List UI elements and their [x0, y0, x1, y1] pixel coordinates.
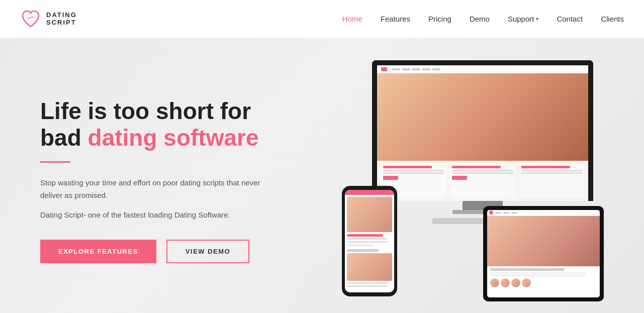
phone-text-line	[347, 234, 383, 237]
monitor-topbar-logo	[381, 67, 387, 71]
logo-text: DATING SCRIPT	[46, 12, 77, 26]
desktop-card-title	[521, 166, 570, 168]
tablet-mockup	[483, 206, 604, 301]
tablet-topbar-link	[495, 212, 501, 214]
nav-link-demo[interactable]: Demo	[470, 15, 490, 23]
desktop-mockup	[372, 60, 593, 224]
tablet-topbar-link	[503, 212, 509, 214]
hero-buttons: EXPLORE FEATURES VIEW DEMO	[40, 240, 322, 263]
nav-link-features[interactable]: Features	[381, 15, 410, 23]
desktop-card-line	[383, 172, 444, 174]
tablet-content	[487, 266, 600, 289]
nav-links: Home Features Pricing Demo Support ▾ Con…	[342, 15, 624, 24]
monitor-topbar-link	[402, 68, 410, 70]
chevron-down-icon: ▾	[536, 16, 538, 22]
nav-item-clients[interactable]: Clients	[601, 15, 624, 24]
desktop-content-overlay	[377, 161, 588, 201]
tablet-avatar	[511, 278, 520, 287]
tablet-line	[490, 272, 586, 274]
tablet-hero-image	[487, 216, 600, 266]
hero-devices	[342, 45, 604, 306]
phone-mockup	[342, 186, 397, 296]
desktop-card-line	[452, 172, 513, 174]
tablet-screen	[487, 210, 600, 297]
view-demo-button[interactable]: VIEW DEMO	[166, 240, 249, 263]
monitor-topbar	[377, 65, 588, 73]
tablet-avatars	[490, 278, 597, 287]
desktop-card-line	[521, 172, 582, 174]
desktop-card-title	[452, 166, 501, 168]
monitor-topbar-link	[422, 68, 430, 70]
tablet-avatar	[490, 278, 499, 287]
nav-item-contact[interactable]: Contact	[557, 15, 583, 24]
nav-item-home[interactable]: Home	[342, 15, 362, 24]
tablet-avatar	[501, 278, 510, 287]
navigation: DATING SCRIPT Home Features Pricing Demo…	[0, 0, 644, 38]
monitor-hero-image	[377, 73, 588, 174]
desktop-card-2	[450, 164, 515, 198]
nav-link-support[interactable]: Support ▾	[508, 15, 539, 23]
phone-text-short	[347, 244, 374, 247]
tablet-title	[490, 268, 565, 271]
desktop-card-btn	[383, 176, 398, 180]
nav-link-pricing[interactable]: Pricing	[428, 15, 451, 23]
nav-item-features[interactable]: Features	[381, 15, 410, 24]
monitor-topbar-links	[392, 68, 440, 70]
phone-screen	[345, 190, 394, 292]
desktop-card-line	[383, 170, 444, 171]
phone-text-gray	[347, 238, 388, 240]
hero-desc-2: Dating Script- one of the fastest loadin…	[40, 209, 261, 222]
monitor-topbar-link	[412, 68, 420, 70]
desktop-card-btn	[452, 176, 467, 180]
nav-link-contact[interactable]: Contact	[557, 15, 583, 23]
nav-link-home[interactable]: Home	[342, 15, 362, 23]
phone-image-2	[347, 253, 392, 281]
tablet-topbar-link	[511, 212, 517, 214]
monitor-topbar-link	[432, 68, 440, 70]
phone-content	[345, 195, 394, 290]
tablet-avatar	[522, 278, 531, 287]
nav-item-demo[interactable]: Demo	[470, 15, 490, 24]
nav-item-support[interactable]: Support ▾	[508, 15, 539, 23]
desktop-card-line	[452, 170, 513, 171]
phone-hero-image	[347, 197, 392, 232]
desktop-card-line	[521, 170, 582, 171]
hero-title: Life is too short for bad dating softwar…	[40, 98, 322, 151]
couple-image	[377, 73, 588, 174]
phone-text-gray	[347, 282, 388, 284]
monitor-screen	[372, 60, 593, 201]
phone-topbar	[345, 190, 394, 195]
hero-desc-1: Stop wasting your time and effort on poo…	[40, 177, 261, 202]
phone-section-title	[347, 249, 379, 252]
tablet-body	[483, 206, 604, 301]
explore-features-button[interactable]: EXPLORE FEATURES	[40, 240, 156, 263]
desktop-card-title	[383, 166, 432, 168]
monitor-topbar-link	[392, 68, 400, 70]
logo[interactable]: DATING SCRIPT	[20, 9, 77, 30]
desktop-card-3	[519, 164, 584, 198]
hero-divider	[40, 161, 70, 163]
nav-item-pricing[interactable]: Pricing	[428, 15, 451, 24]
tablet-topbar	[487, 210, 600, 216]
tablet-logo	[489, 211, 493, 215]
phone-text-gray	[347, 241, 388, 243]
phone-text-gray	[347, 285, 388, 287]
monitor-screen-inner	[377, 65, 588, 201]
nav-link-clients[interactable]: Clients	[601, 15, 624, 23]
phone-body	[342, 186, 397, 296]
hero-content: Life is too short for bad dating softwar…	[40, 88, 322, 263]
tablet-line	[490, 275, 586, 276]
hero-section: Life is too short for bad dating softwar…	[0, 38, 644, 313]
logo-icon	[20, 9, 41, 30]
